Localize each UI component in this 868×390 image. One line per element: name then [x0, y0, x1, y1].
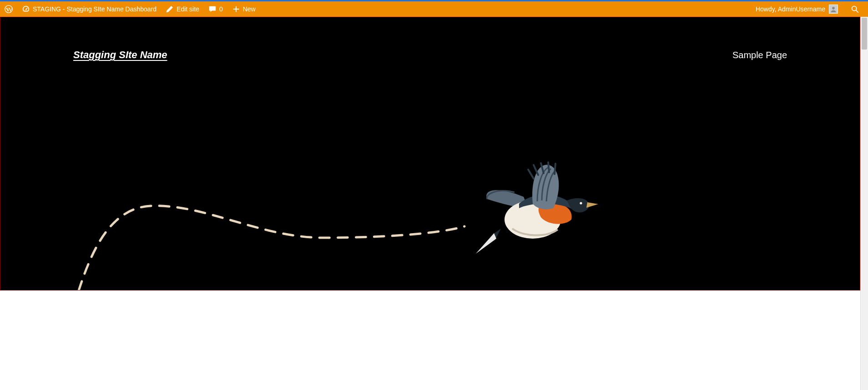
comments-link[interactable]: 0 — [204, 1, 227, 17]
scrollbar-thumb[interactable] — [862, 18, 867, 50]
edit-pencil-icon — [166, 5, 174, 13]
site-header: Stagging SIte Name Sample Page — [0, 17, 860, 61]
dashboard-gauge-icon — [22, 5, 30, 13]
nav-sample-page[interactable]: Sample Page — [732, 50, 787, 60]
comment-bubble-icon — [208, 5, 217, 13]
wordpress-logo-icon — [5, 5, 13, 13]
adminbar-search[interactable] — [847, 1, 863, 17]
edit-site-label: Edit site — [177, 5, 199, 13]
site-name-label: STAGING - Stagging SIte Name Dashboard — [33, 5, 156, 13]
edit-site-link[interactable]: Edit site — [161, 1, 204, 17]
svg-point-3 — [505, 200, 561, 239]
svg-point-4 — [580, 202, 582, 204]
bird-icon — [476, 162, 598, 254]
new-content-label: New — [243, 5, 256, 13]
below-hero-whitespace — [0, 290, 860, 381]
search-icon — [851, 5, 859, 13]
my-account-menu[interactable]: Howdy, AdminUsername — [751, 1, 843, 17]
avatar — [829, 5, 838, 14]
wp-admin-bar: STAGING - Stagging SIte Name Dashboard E… — [0, 1, 868, 17]
hero-illustration — [69, 154, 860, 290]
new-content-menu[interactable]: New — [227, 1, 260, 17]
plus-icon — [232, 5, 240, 13]
site-name-menu[interactable]: STAGING - Stagging SIte Name Dashboard — [17, 1, 161, 17]
howdy-label: Howdy, AdminUsername — [756, 5, 825, 13]
flight-path-icon — [73, 206, 464, 290]
hero-section: Stagging SIte Name Sample Page — [0, 17, 860, 290]
vertical-scrollbar[interactable] — [860, 17, 868, 390]
site-title-link[interactable]: Stagging SIte Name — [73, 49, 167, 61]
wp-logo-menu[interactable] — [0, 1, 17, 17]
comments-count: 0 — [219, 5, 223, 13]
svg-point-1 — [832, 7, 835, 10]
